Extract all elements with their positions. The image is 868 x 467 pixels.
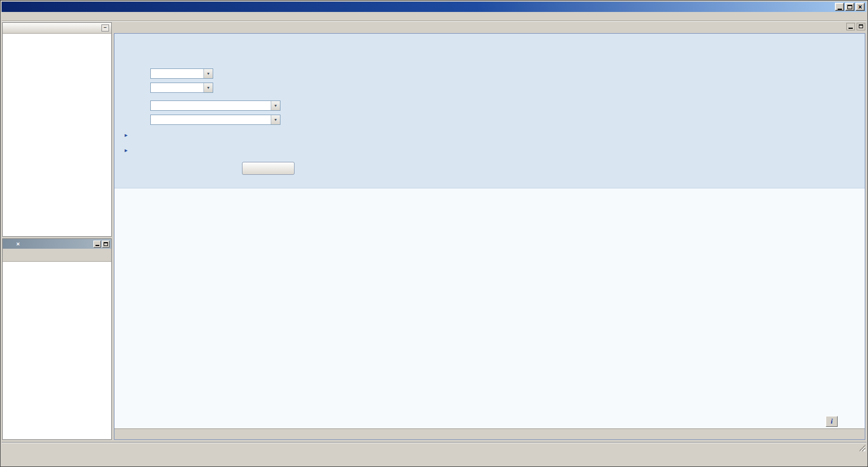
chevron-down-icon[interactable]: ▼ [271, 101, 280, 110]
page-header [114, 34, 865, 64]
results-summary [114, 178, 865, 188]
sidebar-collapse-button[interactable]: − [101, 24, 109, 31]
minimize-icon [838, 9, 842, 10]
maximize-icon [847, 5, 852, 9]
dropoff-at-select[interactable]: ▼ [150, 83, 213, 93]
panel-minimize-button[interactable] [93, 241, 101, 248]
app-icon [3, 3, 11, 11]
minimize-icon [95, 245, 99, 246]
search-button[interactable] [242, 162, 295, 175]
resize-grip[interactable] [859, 445, 865, 451]
chevron-right-icon: ► [124, 132, 129, 138]
chevron-down-icon[interactable]: ▼ [271, 115, 280, 124]
statusbar [2, 442, 866, 453]
chevron-down-icon[interactable]: ▼ [203, 83, 213, 92]
close-icon: × [858, 4, 862, 10]
pickup-location-select[interactable]: ▼ [150, 100, 280, 111]
booking-totals [3, 436, 111, 439]
close-button[interactable]: × [856, 3, 865, 11]
main-content: ▼ ▼ ▼ ▼ ► [114, 33, 865, 440]
menubar [2, 12, 866, 21]
minimize-button[interactable] [835, 3, 844, 11]
results-area: i [114, 188, 865, 428]
document-tabstrip [114, 21, 865, 33]
membership-number-expander[interactable]: ► [124, 146, 865, 155]
sidebar-header: − [3, 23, 111, 34]
app-window: { "window": {"title": "Interactive - Oce… [0, 0, 868, 467]
search-status-line: i [114, 414, 865, 428]
sidebar-panel: − [2, 22, 112, 237]
titlebar[interactable]: × [2, 2, 866, 12]
search-form: ▼ ▼ ▼ ▼ ► [114, 64, 865, 178]
booking-toolbar [3, 249, 111, 262]
search-icon [263, 165, 271, 173]
car-icon [122, 40, 152, 58]
chevron-down-icon[interactable]: ▼ [203, 69, 213, 78]
maximize-icon [104, 242, 108, 246]
mdi-minimize-button[interactable] [846, 23, 855, 30]
footer-tabs [114, 428, 865, 439]
booking-contents-close-icon[interactable]: × [16, 241, 20, 247]
palm-icon [4, 241, 11, 248]
mdi-restore-button[interactable] [857, 23, 865, 30]
dropoff-location-select[interactable]: ▼ [150, 115, 280, 125]
chevron-right-icon: ► [124, 148, 129, 153]
booking-rows [3, 262, 111, 266]
maximize-button[interactable] [845, 3, 854, 11]
restore-icon [859, 24, 863, 28]
booking-contents-header[interactable]: × [3, 239, 111, 249]
pickup-at-select[interactable]: ▼ [150, 68, 213, 79]
sidebar-tree [3, 34, 111, 236]
minimize-icon [848, 28, 853, 29]
promotion-code-expander[interactable]: ► [124, 130, 865, 140]
booking-contents-panel: × [2, 238, 112, 440]
panel-maximize-button[interactable] [102, 241, 110, 248]
info-button[interactable]: i [826, 416, 838, 427]
